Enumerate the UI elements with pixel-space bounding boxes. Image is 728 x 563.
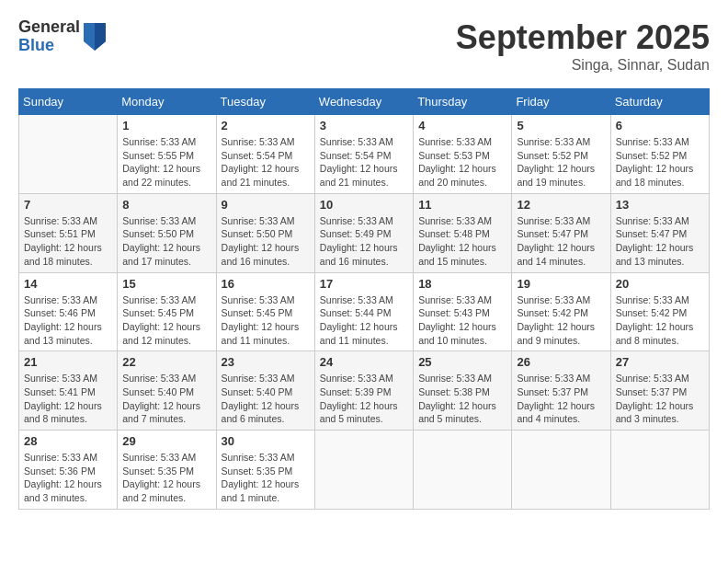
calendar: SundayMondayTuesdayWednesdayThursdayFrid… [18, 88, 710, 510]
location: Singa, Sinnar, Sudan [456, 57, 710, 74]
day-info: Sunrise: 5:33 AM Sunset: 5:36 PM Dayligh… [24, 451, 112, 505]
day-info: Sunrise: 5:33 AM Sunset: 5:45 PM Dayligh… [222, 293, 310, 348]
calendar-cell: 2Sunrise: 5:33 AM Sunset: 5:54 PM Daylig… [216, 115, 314, 194]
calendar-cell: 16Sunrise: 5:33 AM Sunset: 5:45 PM Dayli… [216, 272, 314, 351]
calendar-header-saturday: Saturday [610, 89, 709, 115]
day-info: Sunrise: 5:33 AM Sunset: 5:50 PM Dayligh… [222, 214, 310, 269]
calendar-cell: 18Sunrise: 5:33 AM Sunset: 5:43 PM Dayli… [414, 272, 512, 351]
day-info: Sunrise: 5:33 AM Sunset: 5:51 PM Dayligh… [24, 214, 112, 269]
day-number: 24 [320, 355, 408, 369]
calendar-cell: 7Sunrise: 5:33 AM Sunset: 5:51 PM Daylig… [19, 193, 118, 272]
calendar-week-row: 14Sunrise: 5:33 AM Sunset: 5:46 PM Dayli… [19, 272, 710, 351]
calendar-cell: 9Sunrise: 5:33 AM Sunset: 5:50 PM Daylig… [216, 193, 314, 272]
calendar-cell: 23Sunrise: 5:33 AM Sunset: 5:40 PM Dayli… [216, 351, 314, 431]
title-block: September 2025 Singa, Sinnar, Sudan [456, 18, 710, 74]
logo: General Blue [18, 18, 106, 55]
calendar-cell: 22Sunrise: 5:33 AM Sunset: 5:40 PM Dayli… [118, 351, 216, 431]
day-info: Sunrise: 5:33 AM Sunset: 5:55 PM Dayligh… [122, 135, 210, 190]
day-number: 9 [222, 198, 310, 212]
day-number: 10 [320, 198, 408, 212]
day-info: Sunrise: 5:33 AM Sunset: 5:35 PM Dayligh… [222, 451, 310, 505]
day-number: 27 [616, 355, 704, 369]
calendar-cell: 13Sunrise: 5:33 AM Sunset: 5:47 PM Dayli… [610, 193, 709, 272]
day-number: 18 [418, 277, 506, 291]
calendar-header-thursday: Thursday [414, 89, 512, 115]
day-info: Sunrise: 5:33 AM Sunset: 5:52 PM Dayligh… [517, 135, 605, 190]
day-info: Sunrise: 5:33 AM Sunset: 5:40 PM Dayligh… [122, 372, 210, 426]
day-info: Sunrise: 5:33 AM Sunset: 5:42 PM Dayligh… [616, 293, 704, 348]
day-info: Sunrise: 5:33 AM Sunset: 5:50 PM Dayligh… [122, 214, 210, 269]
calendar-cell [314, 431, 413, 510]
day-number: 25 [418, 355, 506, 369]
day-info: Sunrise: 5:33 AM Sunset: 5:46 PM Dayligh… [24, 293, 112, 348]
calendar-cell: 21Sunrise: 5:33 AM Sunset: 5:41 PM Dayli… [19, 351, 118, 431]
day-number: 4 [418, 119, 506, 132]
day-number: 1 [122, 119, 210, 132]
calendar-cell: 6Sunrise: 5:33 AM Sunset: 5:52 PM Daylig… [610, 115, 709, 194]
calendar-cell [414, 431, 512, 510]
day-info: Sunrise: 5:33 AM Sunset: 5:35 PM Dayligh… [122, 451, 210, 505]
day-number: 15 [122, 277, 210, 291]
calendar-cell: 5Sunrise: 5:33 AM Sunset: 5:52 PM Daylig… [512, 115, 610, 194]
calendar-week-row: 21Sunrise: 5:33 AM Sunset: 5:41 PM Dayli… [19, 351, 710, 431]
day-number: 22 [122, 355, 210, 369]
day-number: 7 [24, 198, 112, 212]
day-info: Sunrise: 5:33 AM Sunset: 5:47 PM Dayligh… [616, 214, 704, 269]
calendar-cell: 19Sunrise: 5:33 AM Sunset: 5:42 PM Dayli… [512, 272, 610, 351]
day-number: 23 [222, 355, 310, 369]
calendar-cell: 20Sunrise: 5:33 AM Sunset: 5:42 PM Dayli… [610, 272, 709, 351]
calendar-cell: 3Sunrise: 5:33 AM Sunset: 5:54 PM Daylig… [314, 115, 413, 194]
logo-icon [84, 23, 106, 51]
calendar-cell: 17Sunrise: 5:33 AM Sunset: 5:44 PM Dayli… [314, 272, 413, 351]
svg-marker-1 [95, 23, 106, 51]
day-info: Sunrise: 5:33 AM Sunset: 5:48 PM Dayligh… [418, 214, 506, 269]
page-header: General Blue September 2025 Singa, Sinna… [18, 18, 710, 74]
day-info: Sunrise: 5:33 AM Sunset: 5:54 PM Dayligh… [320, 135, 408, 190]
day-number: 14 [24, 277, 112, 291]
day-info: Sunrise: 5:33 AM Sunset: 5:40 PM Dayligh… [222, 372, 310, 426]
calendar-cell [19, 115, 118, 194]
calendar-header-row: SundayMondayTuesdayWednesdayThursdayFrid… [19, 89, 710, 115]
calendar-cell: 8Sunrise: 5:33 AM Sunset: 5:50 PM Daylig… [118, 193, 216, 272]
calendar-header-tuesday: Tuesday [216, 89, 314, 115]
calendar-cell: 15Sunrise: 5:33 AM Sunset: 5:45 PM Dayli… [118, 272, 216, 351]
day-info: Sunrise: 5:33 AM Sunset: 5:53 PM Dayligh… [418, 135, 506, 190]
day-info: Sunrise: 5:33 AM Sunset: 5:45 PM Dayligh… [122, 293, 210, 348]
calendar-cell: 26Sunrise: 5:33 AM Sunset: 5:37 PM Dayli… [512, 351, 610, 431]
calendar-week-row: 7Sunrise: 5:33 AM Sunset: 5:51 PM Daylig… [19, 193, 710, 272]
calendar-header-wednesday: Wednesday [314, 89, 413, 115]
calendar-cell: 10Sunrise: 5:33 AM Sunset: 5:49 PM Dayli… [314, 193, 413, 272]
calendar-header-sunday: Sunday [19, 89, 118, 115]
calendar-cell: 1Sunrise: 5:33 AM Sunset: 5:55 PM Daylig… [118, 115, 216, 194]
logo-text: General Blue [18, 18, 80, 55]
day-number: 19 [517, 277, 605, 291]
day-number: 17 [320, 277, 408, 291]
day-number: 12 [517, 198, 605, 212]
day-number: 30 [222, 434, 310, 448]
day-info: Sunrise: 5:33 AM Sunset: 5:49 PM Dayligh… [320, 214, 408, 269]
day-number: 2 [222, 119, 310, 132]
day-number: 16 [222, 277, 310, 291]
day-number: 26 [517, 355, 605, 369]
day-number: 13 [616, 198, 704, 212]
calendar-cell: 30Sunrise: 5:33 AM Sunset: 5:35 PM Dayli… [216, 431, 314, 510]
calendar-cell: 4Sunrise: 5:33 AM Sunset: 5:53 PM Daylig… [414, 115, 512, 194]
calendar-header-friday: Friday [512, 89, 610, 115]
month-title: September 2025 [456, 18, 710, 57]
day-info: Sunrise: 5:33 AM Sunset: 5:42 PM Dayligh… [517, 293, 605, 348]
day-number: 21 [24, 355, 112, 369]
day-info: Sunrise: 5:33 AM Sunset: 5:37 PM Dayligh… [517, 372, 605, 426]
calendar-cell: 27Sunrise: 5:33 AM Sunset: 5:37 PM Dayli… [610, 351, 709, 431]
day-info: Sunrise: 5:33 AM Sunset: 5:54 PM Dayligh… [222, 135, 310, 190]
calendar-cell: 25Sunrise: 5:33 AM Sunset: 5:38 PM Dayli… [414, 351, 512, 431]
logo-blue: Blue [18, 37, 80, 55]
calendar-cell: 29Sunrise: 5:33 AM Sunset: 5:35 PM Dayli… [118, 431, 216, 510]
day-info: Sunrise: 5:33 AM Sunset: 5:52 PM Dayligh… [616, 135, 704, 190]
calendar-cell: 14Sunrise: 5:33 AM Sunset: 5:46 PM Dayli… [19, 272, 118, 351]
day-info: Sunrise: 5:33 AM Sunset: 5:38 PM Dayligh… [418, 372, 506, 426]
day-info: Sunrise: 5:33 AM Sunset: 5:41 PM Dayligh… [24, 372, 112, 426]
calendar-cell: 12Sunrise: 5:33 AM Sunset: 5:47 PM Dayli… [512, 193, 610, 272]
day-number: 5 [517, 119, 605, 132]
day-info: Sunrise: 5:33 AM Sunset: 5:47 PM Dayligh… [517, 214, 605, 269]
day-number: 11 [418, 198, 506, 212]
